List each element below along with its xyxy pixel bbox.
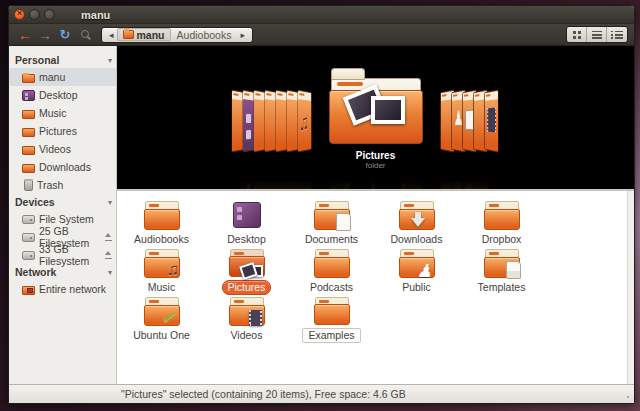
folder-icon	[314, 249, 350, 278]
grid-item-documents[interactable]: Documents	[289, 199, 374, 247]
folder-icon: ♟	[399, 249, 435, 278]
grid-item-music[interactable]: ♫ Music	[119, 247, 204, 295]
eject-icon[interactable]	[104, 233, 111, 241]
sidebar-item-label: 33 GB Filesystem	[39, 243, 104, 267]
drive-icon	[22, 233, 35, 242]
folder-icon	[484, 201, 520, 230]
grid-item-videos[interactable]: Videos	[204, 295, 289, 343]
emblem-icon	[233, 202, 261, 228]
sidebar-item-pictures[interactable]: Pictures	[9, 122, 116, 140]
sidebar-item-manu[interactable]: manu	[9, 68, 116, 86]
grid-item-dropbox[interactable]: Dropbox	[459, 199, 544, 247]
item-label: Audiobooks	[129, 233, 194, 246]
sidebar-section-devices[interactable]: Devices ▾	[9, 194, 116, 210]
section-title: Devices	[15, 196, 108, 208]
titlebar[interactable]: manu	[9, 6, 634, 24]
sidebar-item-videos[interactable]: Videos	[9, 140, 116, 158]
sidebar-item-label: manu	[39, 71, 65, 83]
close-button[interactable]	[14, 9, 25, 20]
icon-view-button[interactable]	[567, 27, 587, 42]
grid-item-podcasts[interactable]: Podcasts	[289, 247, 374, 295]
grid-item-pictures[interactable]: Pictures	[204, 247, 289, 295]
grid-item-templates[interactable]: Templates	[459, 247, 544, 295]
breadcrumb: ◂ manu Audiobooks ▸	[101, 27, 253, 43]
person-emblem-icon: ♟	[416, 262, 432, 280]
pictures-folder-icon	[22, 128, 35, 137]
eject-icon[interactable]	[104, 251, 111, 259]
desktop-icon	[22, 90, 35, 101]
coverflow-pane[interactable]: Pictures folder	[117, 46, 634, 189]
breadcrumb-segment-audiobooks[interactable]: Audiobooks	[171, 29, 238, 41]
drive-icon	[22, 251, 35, 260]
list-view-button[interactable]	[587, 27, 607, 42]
music-note-emblem-icon: ♫	[167, 260, 180, 280]
file-manager-window: manu ← → ↻ ◂ manu Audiobooks ▸ Personal …	[8, 5, 635, 404]
statusbar: "Pictures" selected (containing 20 items…	[9, 384, 634, 403]
coverflow-item-type: folder	[321, 161, 431, 170]
folder-grid: Audiobooks Desktop Documents Downloads	[117, 191, 634, 343]
item-label: Ubuntu One	[128, 329, 195, 342]
resize-grip[interactable]	[621, 390, 631, 400]
sidebar-item-33gb-filesystem[interactable]: 33 GB Filesystem	[9, 246, 116, 264]
network-icon	[22, 286, 35, 295]
folder-icon	[229, 249, 265, 277]
sidebar-item-label: Music	[39, 107, 66, 119]
pictures-folder-large-icon[interactable]	[329, 68, 423, 144]
breadcrumb-segment-manu[interactable]: manu	[117, 28, 171, 41]
grid-item-downloads[interactable]: Downloads	[374, 199, 459, 247]
icon-view-pane[interactable]: Audiobooks Desktop Documents Downloads	[117, 191, 634, 384]
back-icon[interactable]: ←	[15, 28, 35, 42]
sidebar-item-downloads[interactable]: Downloads	[9, 158, 116, 176]
coverflow-cover[interactable]	[484, 90, 498, 153]
vertical-scrollbar[interactable]	[627, 191, 634, 384]
breadcrumb-next-icon[interactable]: ▸	[237, 30, 248, 40]
music-folder-icon	[22, 110, 35, 119]
content-area: Pictures folder Audiobooks	[117, 46, 634, 384]
item-label: Downloads	[386, 233, 448, 246]
drive-icon	[22, 215, 35, 224]
minimize-button[interactable]	[29, 9, 40, 20]
view-toggle-group	[566, 26, 628, 43]
sidebar-item-desktop[interactable]: Desktop	[9, 86, 116, 104]
folder-icon: ✔	[144, 297, 180, 326]
search-icon[interactable]	[77, 28, 93, 42]
grid-item-public[interactable]: ♟ Public	[374, 247, 459, 295]
chevron-down-icon[interactable]: ▾	[108, 56, 112, 65]
item-label: Examples	[302, 328, 360, 343]
window-title: manu	[81, 9, 110, 21]
sidebar-item-music[interactable]: Music	[9, 104, 116, 122]
folder-icon	[144, 201, 180, 230]
grid-item-examples[interactable]: Examples	[289, 295, 374, 343]
coverflow-right-stack	[434, 91, 489, 151]
section-title: Personal	[15, 54, 108, 66]
chevron-down-icon[interactable]: ▾	[108, 198, 112, 207]
folder-icon	[123, 30, 134, 39]
sidebar-item-label: Desktop	[39, 89, 78, 101]
sidebar-item-trash[interactable]: Trash	[9, 176, 116, 194]
grid-item-desktop[interactable]: Desktop	[204, 199, 289, 247]
breadcrumb-prev-icon[interactable]: ◂	[106, 30, 117, 40]
home-folder-icon	[22, 74, 35, 83]
sidebar-item-entire-network[interactable]: Entire network	[9, 280, 116, 298]
item-label: Templates	[473, 281, 531, 294]
forward-icon[interactable]: →	[35, 28, 55, 42]
sidebar: Personal ▾ manu Desktop Music Pictures	[9, 46, 117, 384]
download-arrow-emblem-icon	[411, 218, 425, 227]
coverflow-cover[interactable]	[297, 90, 311, 153]
sidebar-section-personal[interactable]: Personal ▾	[9, 52, 116, 68]
item-label: Desktop	[222, 233, 271, 246]
sidebar-section-network[interactable]: Network ▾	[9, 264, 116, 280]
downloads-folder-icon	[22, 164, 35, 173]
icon-view-icon	[567, 27, 586, 42]
folder-icon	[484, 249, 520, 278]
maximize-button[interactable]	[44, 9, 55, 20]
item-label: Music	[143, 281, 180, 294]
refresh-icon[interactable]: ↻	[55, 28, 75, 42]
compact-view-button[interactable]	[607, 27, 627, 42]
grid-item-audiobooks[interactable]: Audiobooks	[119, 199, 204, 247]
coverflow-center-item[interactable]: Pictures folder	[321, 68, 431, 170]
sidebar-item-label: File System	[39, 213, 94, 225]
check-emblem-icon: ✔	[161, 308, 174, 327]
chevron-down-icon[interactable]: ▾	[108, 268, 112, 277]
grid-item-ubuntu-one[interactable]: ✔ Ubuntu One	[119, 295, 204, 343]
